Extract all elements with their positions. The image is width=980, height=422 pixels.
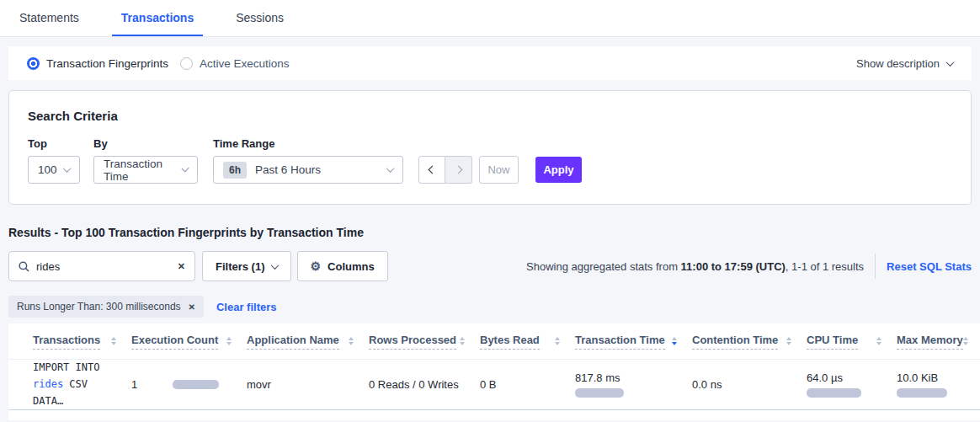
chevron-down-icon <box>63 164 72 173</box>
chevron-right-icon <box>455 166 463 174</box>
max-memory-value: 10.0 KiB <box>897 371 968 384</box>
column-header-transactions[interactable]: Transactions <box>33 334 131 350</box>
active-filters-row: Runs Longer Than: 300 milliseconds ✕ Cle… <box>8 296 972 318</box>
search-input[interactable] <box>36 260 178 273</box>
cpu-time-cell: 64.0 µs <box>807 371 897 398</box>
by-select[interactable]: Transaction Time <box>93 156 198 184</box>
columns-button[interactable]: ⚙ Columns <box>297 251 388 281</box>
chevron-down-icon <box>270 261 279 270</box>
page-tabbar: Statements Transactions Sessions <box>0 0 980 37</box>
columns-button-label: Columns <box>328 260 375 273</box>
radio-label: Transaction Fingerprints <box>46 57 168 70</box>
stats-suffix: , 1-1 of 1 results <box>786 260 864 273</box>
time-range-select[interactable]: 6h Past 6 Hours <box>213 156 403 184</box>
results-heading: Results - Top 100 Transaction Fingerprin… <box>8 226 972 239</box>
table-row: IMPORT INTO rides CSV DATA… 1 movr 0 Rea… <box>8 360 980 410</box>
filter-pill: Runs Longer Than: 300 milliseconds ✕ <box>8 296 204 318</box>
view-toggle-bar: Transaction Fingerprints Active Executio… <box>8 46 972 80</box>
sort-icon[interactable] <box>349 337 354 345</box>
by-label: By <box>93 137 198 150</box>
time-range-field: Time Range 6h Past 6 Hours <box>213 137 403 184</box>
stats-time-range: 11:00 to 17:59 (UTC) <box>681 260 786 273</box>
tab-statements[interactable]: Statements <box>10 0 88 36</box>
column-header-max-memory[interactable]: Max Memory <box>897 334 980 350</box>
execution-count-value: 1 <box>131 378 137 391</box>
column-header-rows-processed[interactable]: Rows Processed <box>369 334 480 350</box>
by-field: By Transaction Time <box>93 137 198 184</box>
application-name-cell: movr <box>247 378 369 391</box>
transaction-time-value: 817.8 ms <box>575 371 680 384</box>
bytes-read-cell: 0 B <box>480 378 575 391</box>
sort-icon[interactable] <box>111 337 116 345</box>
by-select-value: Transaction Time <box>104 158 183 183</box>
transaction-time-cell: 817.8 ms <box>575 371 692 398</box>
sort-icon[interactable] <box>460 337 465 345</box>
sort-icon-active-desc[interactable] <box>672 337 677 345</box>
sort-icon[interactable] <box>555 337 560 345</box>
apply-button[interactable]: Apply <box>535 157 582 183</box>
sort-icon[interactable] <box>226 337 232 345</box>
sql-line-1: IMPORT INTO <box>33 360 120 377</box>
contention-time-cell: 0.0 ns <box>692 378 807 391</box>
sort-icon[interactable] <box>963 337 968 345</box>
chevron-left-icon <box>428 166 436 174</box>
chevron-down-icon <box>946 58 955 67</box>
top-field: Top 100 <box>28 137 80 184</box>
search-criteria-card: Search Criteria Top 100 By Transaction T… <box>8 90 972 205</box>
transaction-fingerprint-cell[interactable]: IMPORT INTO rides CSV DATA… <box>33 360 131 409</box>
transaction-link[interactable]: rides <box>33 378 63 390</box>
next-time-window-button[interactable] <box>445 156 472 184</box>
sql-line-2: rides CSV DATA… <box>33 377 120 410</box>
radio-unselected-icon <box>180 57 193 70</box>
time-range-value: Past 6 Hours <box>255 163 321 176</box>
radio-label: Active Executions <box>200 57 290 70</box>
max-memory-bar <box>897 388 947 398</box>
show-description-toggle[interactable]: Show description <box>856 57 953 70</box>
search-icon <box>19 261 29 272</box>
time-range-badge: 6h <box>223 162 247 179</box>
transactions-table: Transactions Execution Count Application… <box>8 323 980 420</box>
column-header-execution-count[interactable]: Execution Count <box>131 334 247 350</box>
execution-count-cell: 1 <box>131 378 247 391</box>
filters-button[interactable]: Filters (1) <box>202 251 291 281</box>
remove-filter-icon[interactable]: ✕ <box>189 302 195 312</box>
clear-search-icon[interactable]: ✕ <box>178 261 185 272</box>
tab-sessions[interactable]: Sessions <box>226 0 293 36</box>
sort-icon[interactable] <box>876 337 881 345</box>
filters-button-label: Filters (1) <box>216 260 265 273</box>
divider <box>875 254 876 279</box>
search-criteria-title: Search Criteria <box>28 109 952 123</box>
execution-count-bar <box>173 380 219 389</box>
clear-filters-link[interactable]: Clear filters <box>216 301 277 313</box>
radio-transaction-fingerprints[interactable]: Transaction Fingerprints <box>27 57 168 70</box>
column-header-application-name[interactable]: Application Name <box>247 334 369 350</box>
radio-selected-icon <box>27 57 40 70</box>
previous-time-window-button[interactable] <box>418 156 445 184</box>
cpu-time-value: 64.0 µs <box>807 371 885 384</box>
gear-icon: ⚙ <box>311 260 322 272</box>
top-label: Top <box>28 137 80 150</box>
show-description-label: Show description <box>856 57 940 70</box>
top-select-value: 100 <box>38 163 57 176</box>
column-header-transaction-time[interactable]: Transaction Time <box>575 334 692 350</box>
column-header-contention-time[interactable]: Contention Time <box>692 334 807 350</box>
now-button[interactable]: Now <box>479 156 519 184</box>
tab-transactions[interactable]: Transactions <box>112 0 203 36</box>
chevron-down-icon <box>386 164 395 173</box>
aggregated-stats-text: Showing aggregated stats from 11:00 to 1… <box>526 254 972 279</box>
search-box[interactable]: ✕ <box>8 251 195 281</box>
time-window-pager <box>418 156 472 184</box>
max-memory-cell: 10.0 KiB <box>897 371 980 398</box>
reset-sql-stats-link[interactable]: Reset SQL Stats <box>887 260 972 273</box>
top-select[interactable]: 100 <box>28 156 80 184</box>
transaction-time-bar <box>575 388 624 398</box>
radio-active-executions[interactable]: Active Executions <box>180 57 290 70</box>
results-toolbar: ✕ Filters (1) ⚙ Columns Showing aggregat… <box>8 251 972 281</box>
table-header-row: Transactions Execution Count Application… <box>8 323 980 360</box>
time-range-label: Time Range <box>213 137 403 150</box>
rows-processed-cell: 0 Reads / 0 Writes <box>369 378 480 391</box>
sort-icon[interactable] <box>786 337 791 345</box>
column-header-cpu-time[interactable]: CPU Time <box>807 334 897 350</box>
stats-prefix: Showing aggregated stats from <box>526 260 681 273</box>
column-header-bytes-read[interactable]: Bytes Read <box>480 334 575 350</box>
